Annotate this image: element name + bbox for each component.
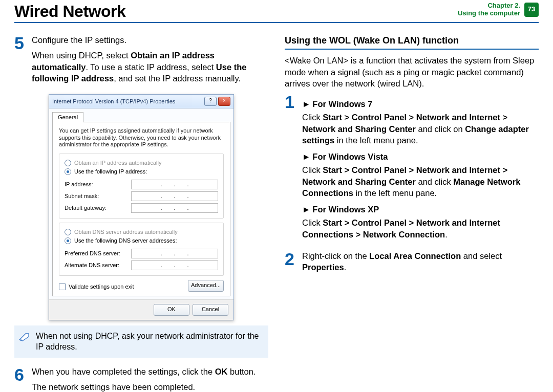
label-subnet-mask: Subnet mask: <box>65 192 126 200</box>
alternate-dns-field[interactable]: ... <box>131 260 218 270</box>
step-5: 5 Configure the IP settings. When using … <box>14 34 268 88</box>
radio-use-ip-label: Use the following IP address: <box>74 168 147 176</box>
for-windows-7-head: ►For Windows 7 <box>302 98 539 110</box>
page-number-badge: 73 <box>524 3 539 17</box>
section-heading-wol: Using the WOL (Wake On LAN) function <box>285 34 539 50</box>
note-icon <box>18 332 31 342</box>
left-column: 5 Configure the IP settings. When using … <box>14 34 268 392</box>
dialog-body: General You can get IP settings assigned… <box>49 108 233 299</box>
ok-button[interactable]: OK <box>154 304 189 316</box>
step6-line1: When you have completed the settings, cl… <box>32 366 268 377</box>
default-gateway-field[interactable]: ... <box>131 203 218 213</box>
wol-step2-body: Right-click on the Local Area Connection… <box>302 250 539 273</box>
ip-fieldset: Obtain an IP address automatically Use t… <box>59 154 224 219</box>
radio-obtain-dns-label: Obtain DNS server address automatically <box>74 228 178 236</box>
advanced-button[interactable]: Advanced... <box>188 280 224 292</box>
radio-obtain-dns[interactable] <box>65 229 71 235</box>
for-windows-xp-head: ►For Windows XP <box>302 204 539 215</box>
radio-obtain-ip[interactable] <box>65 160 71 166</box>
label-default-gateway: Default gateway: <box>65 204 126 212</box>
wol-step-1: 1 ►For Windows 7 Click Start > Control P… <box>285 93 539 244</box>
page-title: Wired Network <box>14 2 125 21</box>
radio-use-dns-label: Use the following DNS server addresses: <box>74 237 177 245</box>
wol-step-2: 2 Right-click on the Local Area Connecti… <box>285 250 539 277</box>
dialog-titlebar: Internet Protocol Version 4 (TCP/IPv4) P… <box>49 95 233 108</box>
step5-line1: Configure the IP settings. <box>32 34 268 46</box>
validate-label: Validate settings upon exit <box>69 283 134 291</box>
note-text: When not using DHCP, ask your network ad… <box>36 331 262 353</box>
step-number: 1 <box>285 93 297 244</box>
for-windows-7-body: Click Start > Control Panel > Network an… <box>302 112 539 146</box>
wol-intro: <Wake On LAN> is a function that activat… <box>285 55 539 89</box>
dialog-title: Internet Protocol Version 4 (TCP/IPv4) P… <box>52 98 175 105</box>
radio-use-dns[interactable] <box>65 237 71 244</box>
ipv4-properties-dialog: Internet Protocol Version 4 (TCP/IPv4) P… <box>49 94 234 320</box>
label-alternate-dns: Alternate DNS server: <box>65 262 126 269</box>
ip-address-field[interactable]: ... <box>131 180 218 189</box>
note-box: When not using DHCP, ask your network ad… <box>14 325 268 358</box>
validate-checkbox[interactable] <box>59 284 66 290</box>
step-number: 5 <box>14 34 27 88</box>
step5-line2: When using DHCP, select Obtain an IP add… <box>32 50 268 84</box>
page-header: Wired Network Chapter 2. Using the compu… <box>14 0 539 23</box>
step-number: 6 <box>14 366 27 392</box>
step6-line2: The network settings have been completed… <box>32 381 268 392</box>
right-column: Using the WOL (Wake On LAN) function <Wa… <box>285 34 539 392</box>
chapter-info: Chapter 2. Using the computer 73 <box>458 2 539 17</box>
subnet-mask-field[interactable]: ... <box>131 191 218 201</box>
close-button[interactable]: × <box>218 97 230 106</box>
radio-obtain-ip-label: Obtain an IP address automatically <box>74 159 161 167</box>
for-windows-vista-body: Click Start > Control Panel > Network an… <box>302 164 539 199</box>
chapter-line: Chapter 2. <box>487 2 520 10</box>
preferred-dns-field[interactable]: ... <box>131 249 218 258</box>
step-number: 2 <box>285 250 297 277</box>
help-button[interactable]: ? <box>204 97 217 106</box>
for-windows-vista-head: ►For Windows Vista <box>302 151 539 162</box>
for-windows-xp-body: Click Start > Control Panel > Network an… <box>302 217 539 240</box>
dialog-description: You can get IP settings assigned automat… <box>59 127 224 148</box>
radio-use-ip[interactable] <box>65 168 71 175</box>
chapter-subline: Using the computer <box>458 10 520 17</box>
tab-general[interactable]: General <box>52 112 83 122</box>
step-6: 6 When you have completed the settings, … <box>14 366 268 392</box>
label-preferred-dns: Preferred DNS server: <box>65 250 126 257</box>
label-ip-address: IP address: <box>65 181 126 188</box>
cancel-button[interactable]: Cancel <box>193 304 228 316</box>
dns-fieldset: Obtain DNS server address automatically … <box>59 223 224 276</box>
